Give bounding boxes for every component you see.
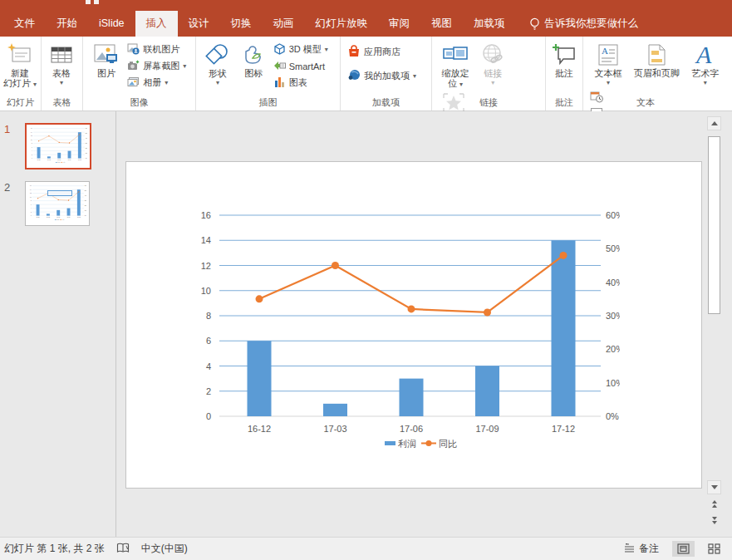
svg-text:50%: 50%	[606, 243, 620, 253]
comment-icon	[552, 42, 577, 68]
svg-text:17-09: 17-09	[67, 217, 71, 218]
online-pictures-button[interactable]: 联机图片	[127, 42, 186, 56]
shapes-button[interactable]: 形状 ▾	[201, 40, 234, 88]
normal-view-icon	[677, 543, 690, 554]
svg-text:6: 6	[206, 336, 211, 346]
group-label-addins: 加载项	[341, 96, 431, 109]
slide-canvas[interactable]: 02468101214160%10%20%30%40%50%60%16-1217…	[125, 161, 702, 489]
previous-slide-button[interactable]	[707, 497, 721, 511]
slide-thumbnail-1[interactable]: 02468101214160%10%20%30%40%50%60%16-1217…	[25, 123, 91, 169]
svg-text:0%: 0%	[606, 411, 619, 421]
title-bar: 文件开始iSlide插入设计切换动画幻灯片放映审阅视图加载项告诉我你想要做什么	[0, 0, 732, 37]
duck-icon	[241, 42, 266, 68]
smartart-button[interactable]: SmartArt	[273, 59, 328, 73]
proofing-icon[interactable]	[116, 543, 130, 556]
quick-access-toolbar[interactable]	[86, 0, 99, 4]
svg-text:17-12: 17-12	[552, 424, 575, 434]
slide-thumbnail-panel: 1 02468101214160%10%20%30%40%50%60%16-12…	[0, 111, 116, 537]
svg-text:2: 2	[31, 212, 32, 213]
tab-islide[interactable]: iSlide	[88, 11, 135, 37]
tab-file[interactable]: 文件	[3, 11, 46, 37]
tab-design[interactable]: 设计	[178, 11, 220, 37]
group-text: A 文本框 ▾ 页眉和页脚 A 艺术字 ▾	[583, 37, 732, 111]
svg-text:17-12: 17-12	[77, 217, 81, 218]
svg-text:A: A	[602, 46, 608, 56]
tab-home[interactable]: 开始	[46, 11, 88, 37]
svg-text:12: 12	[30, 193, 32, 194]
svg-text:16: 16	[30, 185, 32, 186]
slide-sorter-view-button[interactable]	[703, 541, 725, 557]
tab-review[interactable]: 审阅	[378, 11, 420, 37]
language-indicator[interactable]: 中文(中国)	[141, 542, 188, 556]
picture-icon	[94, 42, 119, 68]
normal-view-button[interactable]	[672, 541, 695, 557]
group-label-images: 图像	[83, 96, 195, 109]
scrollbar-thumb[interactable]	[708, 136, 720, 314]
profit-chart[interactable]: 02468101214160%10%20%30%40%50%60%16-1217…	[188, 200, 620, 458]
svg-text:30%: 30%	[606, 311, 620, 321]
svg-text:0%: 0%	[86, 158, 87, 159]
my-addins-button[interactable]: 我的加载项▾	[347, 69, 416, 83]
svg-text:17-03: 17-03	[323, 424, 346, 434]
svg-text:6: 6	[31, 204, 32, 205]
svg-text:同比: 同比	[62, 219, 65, 221]
tab-addins[interactable]: 加载项	[463, 11, 516, 37]
svg-text:12: 12	[31, 135, 32, 136]
thumbnail-number-1: 1	[4, 123, 10, 135]
comment-button[interactable]: 批注	[546, 40, 582, 78]
smartart-icon	[273, 60, 286, 73]
screenshot-icon	[127, 60, 140, 73]
svg-text:16-12: 16-12	[37, 217, 40, 218]
svg-text:利润: 利润	[398, 439, 416, 449]
header-footer-icon	[646, 42, 667, 68]
svg-text:8: 8	[206, 311, 211, 321]
svg-text:同比: 同比	[439, 439, 457, 449]
scroll-down-button[interactable]	[707, 480, 721, 494]
new-slide-button[interactable]: 新建 幻灯片 ▾	[0, 40, 40, 88]
thumbnail-chart: 02468101214160%10%20%30%40%50%60%16-1217…	[28, 184, 86, 222]
tell-me-box[interactable]: 告诉我你想要做什么	[529, 11, 639, 37]
tab-animations[interactable]: 动画	[263, 11, 305, 37]
album-button[interactable]: 相册▾	[127, 76, 186, 90]
svg-text:17-06: 17-06	[57, 160, 61, 160]
group-label-table: 表格	[42, 96, 82, 109]
chart-button[interactable]: 图表	[273, 76, 328, 90]
notes-button[interactable]: 备注	[619, 539, 664, 558]
header-footer-button[interactable]: 页眉和页脚	[629, 40, 684, 78]
tab-insert[interactable]: 插入	[135, 11, 178, 37]
3d-model-icon	[273, 43, 286, 56]
picture-button[interactable]: 图片	[88, 40, 125, 78]
group-images: 图片 联机图片 屏幕截图▾ 相册▾ 图像	[83, 37, 196, 111]
svg-text:17-06: 17-06	[400, 424, 423, 434]
screenshot-button[interactable]: 屏幕截图▾	[127, 59, 186, 73]
tab-transitions[interactable]: 切换	[220, 11, 263, 37]
svg-text:0: 0	[32, 158, 32, 159]
group-slides: 新建 幻灯片 ▾ 幻灯片	[0, 37, 42, 111]
svg-text:17-03: 17-03	[47, 160, 51, 160]
vertical-scrollbar[interactable]	[707, 116, 721, 530]
thumbnail-textbox	[47, 190, 72, 196]
svg-text:20%: 20%	[606, 344, 620, 354]
slide-thumbnail-2[interactable]: 02468101214160%10%20%30%40%50%60%16-1217…	[25, 181, 90, 226]
scroll-up-button[interactable]	[707, 116, 721, 130]
lightbulb-icon	[529, 17, 540, 31]
textbox-button[interactable]: A 文本框 ▾	[590, 40, 626, 88]
wordart-button[interactable]: A 艺术字 ▾	[687, 40, 724, 88]
icons-button[interactable]: 图标	[237, 40, 270, 78]
svg-text:60%: 60%	[86, 128, 87, 129]
svg-text:0%: 0%	[85, 215, 86, 216]
table-button[interactable]: 表格 ▾	[42, 40, 81, 88]
tab-slideshow[interactable]: 幻灯片放映	[305, 11, 379, 37]
tab-view[interactable]: 视图	[420, 11, 463, 37]
store-icon	[347, 45, 361, 59]
group-label-illustrations: 插图	[196, 96, 340, 109]
svg-text:4: 4	[32, 150, 32, 151]
store-button[interactable]: 应用商店	[347, 45, 416, 59]
svg-text:A: A	[695, 42, 712, 67]
zoom-button[interactable]: 缩放定 位 ▾	[437, 40, 474, 88]
svg-text:50%: 50%	[86, 133, 87, 134]
next-slide-button[interactable]	[707, 513, 721, 528]
3d-model-button[interactable]: 3D 模型▾	[273, 42, 328, 56]
svg-text:6: 6	[32, 147, 32, 148]
group-label-links: 链接	[432, 96, 545, 109]
